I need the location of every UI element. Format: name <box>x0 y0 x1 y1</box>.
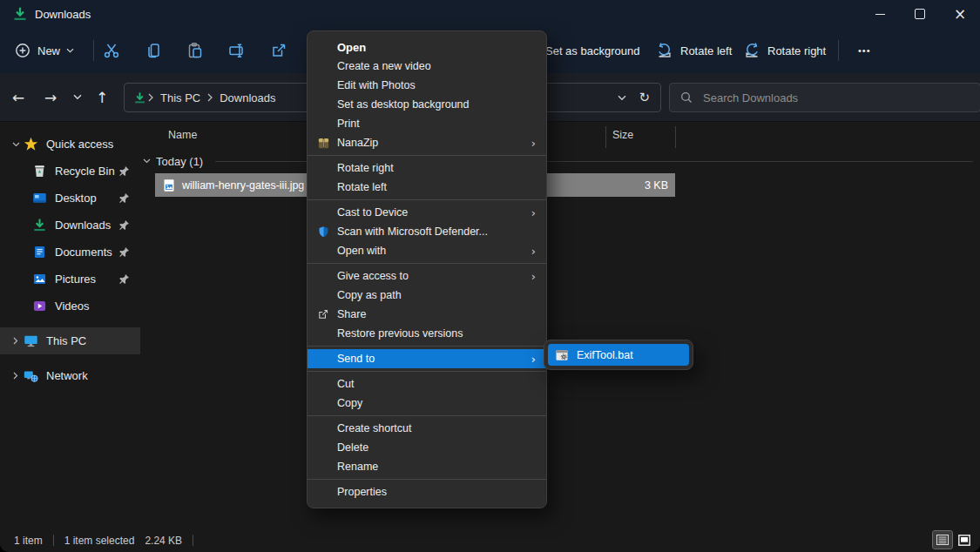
menu-item-properties[interactable]: Properties <box>308 482 546 502</box>
share-icon <box>315 306 331 322</box>
image-file-icon <box>162 178 176 192</box>
sidebar-item-this-pc[interactable]: This PC <box>0 327 140 354</box>
column-headers: Name Size <box>140 126 980 147</box>
rotate-right-button[interactable]: Rotate right <box>743 28 826 73</box>
menu-item-copy[interactable]: Copy <box>308 394 546 413</box>
column-header-name[interactable]: Name <box>168 129 197 141</box>
rename-button[interactable] <box>228 28 246 73</box>
new-button[interactable]: New <box>14 28 74 73</box>
sidebar-item-network[interactable]: Network <box>0 362 140 389</box>
cut-button[interactable] <box>103 28 120 73</box>
plus-circle-icon <box>14 42 31 59</box>
menu-item-give-access-to[interactable]: Give access to › <box>308 266 546 286</box>
menu-item-rename[interactable]: Rename <box>308 457 546 476</box>
downloads-folder-icon <box>12 6 28 22</box>
pictures-icon <box>32 272 47 286</box>
rename-icon <box>228 42 246 59</box>
status-bar: 1 item 1 item selected 2.24 KB <box>0 528 980 552</box>
sidebar-item-documents[interactable]: Documents <box>0 239 140 266</box>
up-button[interactable]: ↑ <box>91 73 113 121</box>
submenu-item-exiftool-bat[interactable]: ExifTool.bat <box>548 344 689 366</box>
menu-item-nanazip[interactable]: NanaZip › <box>308 133 546 152</box>
menu-item-open[interactable]: Open <box>308 37 546 57</box>
menu-item-scan-with-microsoft-defender[interactable]: Scan with Microsoft Defender... <box>308 222 546 241</box>
column-divider[interactable] <box>605 126 606 148</box>
menu-item-create-a-new-video[interactable]: Create a new video <box>308 57 546 76</box>
rotate-left-button[interactable]: Rotate left <box>656 28 732 73</box>
pin-icon <box>118 192 130 204</box>
selection-count: 1 item selected <box>64 535 135 547</box>
thumbnail-view-button[interactable] <box>955 531 974 549</box>
address-dropdown-icon[interactable] <box>618 95 626 101</box>
breadcrumb-chevron-icon[interactable] <box>146 93 155 102</box>
sidebar-item-recycle-bin[interactable]: Recycle Bin <box>0 158 140 185</box>
downloads-icon <box>32 218 47 232</box>
see-more-button[interactable]: ••• <box>858 28 871 73</box>
menu-item-restore-previous-versions[interactable]: Restore previous versions <box>308 324 546 343</box>
recent-locations-button[interactable] <box>66 73 89 121</box>
sidebar-item-videos[interactable]: Videos <box>0 293 140 320</box>
network-icon <box>24 368 38 383</box>
window-title: Downloads <box>35 8 91 21</box>
batch-file-icon <box>555 348 569 362</box>
chevron-right-icon[interactable] <box>8 372 24 380</box>
menu-item-open-with[interactable]: Open with › <box>308 241 546 260</box>
maximize-button[interactable] <box>900 0 940 28</box>
forward-button[interactable]: → <box>39 73 62 121</box>
share-button[interactable] <box>270 28 287 73</box>
refresh-button[interactable]: ↻ <box>639 90 650 105</box>
sidebar-item-quick-access[interactable]: Quick access <box>0 131 140 158</box>
menu-item-edit-with-photos[interactable]: Edit with Photos <box>308 76 546 95</box>
chevron-down-icon[interactable] <box>8 142 24 147</box>
chevron-right-icon[interactable] <box>8 337 24 345</box>
sidebar-item-desktop[interactable]: Desktop <box>0 185 140 212</box>
menu-separator <box>308 371 546 372</box>
this-pc-icon <box>24 333 38 348</box>
file-size: 3 KB <box>645 179 675 192</box>
column-header-size[interactable]: Size <box>612 129 633 141</box>
chevron-down-icon[interactable] <box>143 158 151 164</box>
sidebar-item-pictures[interactable]: Pictures <box>0 266 140 293</box>
paste-button[interactable] <box>186 28 204 73</box>
group-header-today[interactable]: Today (1) <box>143 153 973 169</box>
copy-icon <box>145 42 162 59</box>
status-divider <box>193 535 193 546</box>
breadcrumb-chevron-icon[interactable] <box>206 93 214 102</box>
submenu-arrow-icon: › <box>531 207 536 219</box>
menu-item-send-to[interactable]: Send to › <box>308 349 546 368</box>
menu-item-cut[interactable]: Cut <box>308 374 546 394</box>
rotate-left-icon <box>656 42 673 59</box>
menu-separator <box>308 263 546 264</box>
menu-item-cast-to-device[interactable]: Cast to Device › <box>308 203 546 222</box>
search-input[interactable] <box>701 91 931 105</box>
rotate-right-icon <box>743 42 760 59</box>
menu-item-delete[interactable]: Delete <box>308 438 546 457</box>
send-to-submenu: ExifTool.bat <box>544 340 693 370</box>
menu-item-rotate-right[interactable]: Rotate right <box>308 158 546 178</box>
menu-item-create-shortcut[interactable]: Create shortcut <box>308 419 546 438</box>
back-button[interactable]: ← <box>7 73 30 121</box>
menu-separator <box>308 155 546 156</box>
recycle-bin-icon <box>32 164 47 178</box>
details-view-button[interactable] <box>933 531 952 549</box>
details-view-icon <box>936 535 949 545</box>
menu-item-print[interactable]: Print <box>308 114 546 133</box>
toolbar-divider <box>93 40 94 61</box>
search-box[interactable] <box>669 83 980 112</box>
pin-icon <box>118 219 130 231</box>
column-divider[interactable] <box>675 126 676 148</box>
close-button[interactable]: × <box>940 0 980 28</box>
sidebar-item-downloads[interactable]: Downloads <box>0 212 140 239</box>
menu-item-copy-as-path[interactable]: Copy as path <box>308 286 546 305</box>
search-icon <box>680 91 693 104</box>
minimize-button[interactable] <box>860 0 900 28</box>
breadcrumb-downloads[interactable]: Downloads <box>214 91 280 104</box>
selection-size: 2.24 KB <box>145 535 182 547</box>
breadcrumb-this-pc[interactable]: This PC <box>155 91 206 104</box>
menu-item-share[interactable]: Share <box>308 305 546 324</box>
menu-separator <box>308 199 546 200</box>
thumbnail-view-icon <box>958 535 970 546</box>
copy-button[interactable] <box>145 28 162 73</box>
menu-item-set-as-desktop-background[interactable]: Set as desktop background <box>308 95 546 114</box>
menu-item-rotate-left[interactable]: Rotate left <box>308 178 546 197</box>
